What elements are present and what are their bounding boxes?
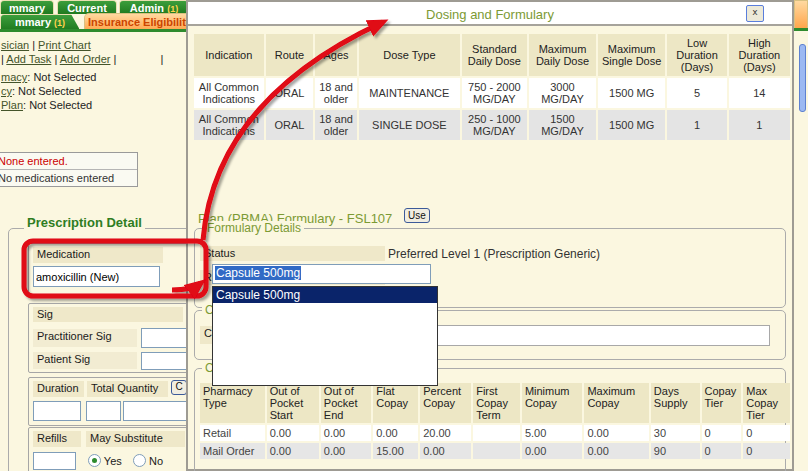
column-header: Max Copay Tier	[743, 383, 790, 423]
tab-underline	[0, 29, 186, 32]
patient-sig-label: Patient Sig	[33, 352, 137, 369]
policy-selection-line: cy: Not Selected	[1, 85, 81, 97]
column-header: Standard Daily Dose	[462, 34, 527, 76]
column-header: Flat Copay	[373, 383, 418, 423]
table-cell: 18 and older	[315, 110, 357, 140]
total-quantity-input[interactable]	[86, 401, 121, 421]
medication-form-dropdown-list: Capsule 500mg	[212, 286, 438, 386]
refills-label: Refills	[33, 431, 81, 447]
pharmacy-link[interactable]: macy	[1, 71, 27, 83]
tab-underline-right	[794, 28, 808, 31]
medication-input[interactable]	[33, 266, 160, 287]
table-cell: 0.00	[522, 443, 583, 459]
table-cell: 0.00	[584, 425, 648, 441]
duration-input[interactable]	[33, 401, 81, 421]
total-quantity-label: Total Quantity	[87, 381, 168, 397]
tab-current[interactable]: Current	[57, 0, 117, 14]
tab-fragment-right	[794, 0, 808, 28]
close-icon[interactable]: x	[746, 5, 764, 22]
table-cell: 5	[667, 78, 726, 108]
dosing-table: IndicationRouteAgesDose TypeStandard Dai…	[192, 32, 792, 142]
column-header: Percent Copay	[420, 383, 471, 423]
table-cell: Mail Order	[200, 443, 265, 459]
table-cell: 0	[743, 443, 790, 459]
radio-no-icon[interactable]	[133, 454, 146, 467]
may-substitute-label: May Substitute	[86, 431, 185, 447]
status-label: Status	[200, 246, 385, 261]
table-cell: 0.00	[321, 443, 371, 459]
dialog-title: Dosing and Formulary	[188, 2, 792, 22]
radio-yes-icon[interactable]	[88, 454, 101, 467]
use-button[interactable]: Use	[404, 208, 430, 223]
table-cell: ORAL	[266, 110, 314, 140]
table-cell: 14	[729, 78, 790, 108]
column-header: Copay Tier	[702, 383, 742, 423]
table-cell: 1500 MG/DAY	[529, 110, 596, 140]
table-cell: 90	[651, 443, 700, 459]
alerts-box: None entered. No medications entered	[0, 152, 138, 187]
table-cell: 15.00	[373, 443, 418, 459]
medications-alert: No medications entered	[0, 170, 137, 186]
separator: |	[54, 53, 57, 65]
table-row: All Common IndicationsORAL18 and olderSI…	[194, 110, 790, 140]
table-cell: SINGLE DOSE	[359, 110, 460, 140]
refills-input[interactable]	[33, 452, 76, 470]
column-header: Dose Type	[359, 34, 460, 76]
formulary-details-legend: Formulary Details	[204, 221, 304, 235]
dosing-table-header-row: IndicationRouteAgesDose TypeStandard Dai…	[194, 34, 790, 76]
table-cell: 1	[667, 110, 726, 140]
medication-form-combobox[interactable]: Capsule 500mg	[212, 264, 431, 284]
dosing-formulary-dialog: Dosing and Formulary x IndicationRouteAg…	[186, 0, 794, 471]
table-cell	[473, 425, 520, 441]
column-header: Maximum Daily Dose	[529, 34, 596, 76]
table-row: Retail0.000.000.0020.005.000.003000	[200, 425, 790, 441]
column-header: Out of Pocket Start	[267, 383, 319, 423]
table-cell: 5.00	[522, 425, 583, 441]
tab-summary-sub[interactable]: mmary (1)	[0, 14, 80, 30]
table-cell: 3000 MG/DAY	[529, 78, 596, 108]
not-selected-text: : Not Selected	[12, 85, 81, 97]
physician-link[interactable]: sician	[1, 39, 29, 51]
combobox-selected-text: Capsule 500mg	[215, 266, 301, 280]
policy-link[interactable]: cy	[1, 85, 12, 97]
chart-links-line2: | Add Task | Add Order | |	[1, 53, 163, 65]
dialog-titlebar: Dosing and Formulary x	[188, 2, 792, 26]
table-cell: 1500 MG	[598, 78, 665, 108]
total-quantity-unit-input[interactable]	[123, 401, 187, 421]
column-header: Maximum Single Dose	[598, 34, 665, 76]
table-cell: 250 - 1000 MG/DAY	[462, 110, 527, 140]
table-cell: 0.00	[321, 425, 371, 441]
not-selected-text: : Not Selected	[23, 99, 92, 111]
add-task-link[interactable]: Add Task	[6, 53, 51, 65]
scrollbar-thumb[interactable]	[799, 44, 806, 112]
allergies-alert: None entered.	[0, 153, 137, 170]
table-cell: Retail	[200, 425, 265, 441]
practitioner-sig-label: Practitioner Sig	[33, 329, 137, 347]
tab-insurance-eligibility[interactable]: Insurance Eligibility	[84, 13, 196, 30]
table-cell: 0.00	[267, 425, 319, 441]
column-header: Days Supply	[651, 383, 700, 423]
tab-admin[interactable]: Admin (1)	[119, 0, 189, 14]
copay-table-header-row: Pharmacy TypeOut of Pocket StartOut of P…	[200, 383, 790, 423]
separator: |	[114, 53, 117, 65]
table-cell: 750 - 2000 MG/DAY	[462, 78, 527, 108]
tab-summary-top[interactable]: mmary	[0, 0, 54, 14]
table-cell: All Common Indications	[194, 110, 264, 140]
column-header: Maximum Copay	[584, 383, 648, 423]
table-cell: 0.00	[373, 425, 418, 441]
app-screen: mmary Current Admin (1) mmary (1) Insura…	[0, 0, 808, 471]
column-header: Indication	[194, 34, 264, 76]
table-cell: 20.00	[420, 425, 471, 441]
copay-table: Pharmacy TypeOut of Pocket StartOut of P…	[198, 381, 792, 461]
column-header: High Duration (Days)	[729, 34, 790, 76]
may-substitute-radios: Yes No	[88, 454, 163, 467]
table-cell: 30	[651, 425, 700, 441]
separator: |	[1, 53, 4, 65]
print-chart-link[interactable]: Print Chart	[38, 39, 91, 51]
table-cell: 0.00	[267, 443, 319, 459]
add-order-link[interactable]: Add Order	[60, 53, 111, 65]
quantity-calc-button[interactable]: C	[171, 380, 187, 395]
plan-link[interactable]: Plan	[1, 99, 23, 111]
dropdown-item[interactable]: Capsule 500mg	[213, 287, 437, 303]
table-cell: All Common Indications	[194, 78, 264, 108]
